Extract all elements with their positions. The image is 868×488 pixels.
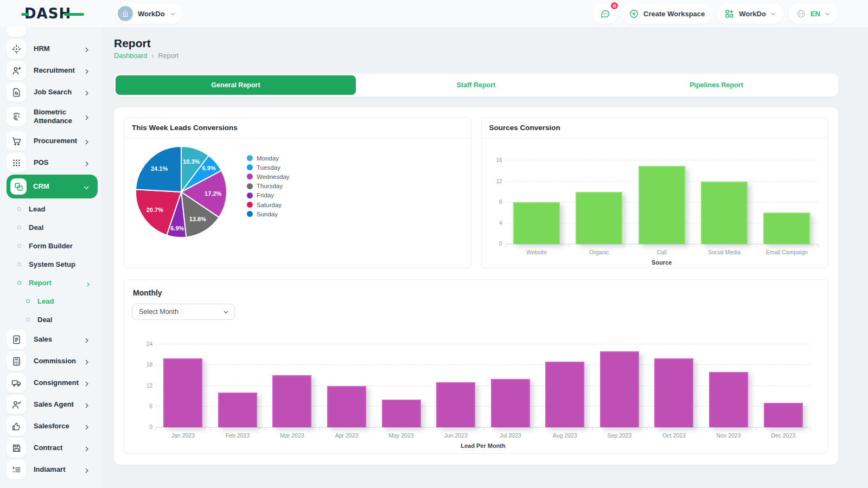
pie-data-label: 13.8% (189, 216, 206, 222)
x-axis-tick-mark (429, 428, 429, 431)
x-axis-title: Lead Per Month (156, 442, 810, 449)
sidebar-item-biometric-attendance[interactable]: Biometric Attendance (7, 103, 95, 130)
legend-dot-icon (247, 155, 253, 161)
bar-cell (701, 372, 756, 427)
y-axis-tick-label: 18 (137, 362, 152, 368)
sidebar-subitem-report[interactable]: Report (7, 273, 101, 292)
x-axis-tick-mark (320, 428, 320, 431)
workspace-switcher[interactable]: WorkDo (115, 3, 182, 24)
bar-jan-2023 (163, 358, 202, 428)
sidebar-item-crm[interactable]: CRM (7, 175, 98, 198)
legend-label: Wednesday (257, 174, 290, 180)
bar-call (639, 166, 685, 244)
partially-visible-nav-item[interactable] (7, 27, 95, 38)
bars-row (156, 344, 810, 427)
legend-item-monday[interactable]: Monday (247, 153, 290, 163)
language-selector[interactable]: EN (788, 3, 838, 24)
tab-pipelines-report[interactable]: Pipelines Report (596, 75, 837, 95)
legend-item-wednesday[interactable]: Wednesday (247, 172, 290, 181)
pie-data-label: 24.1% (151, 165, 168, 172)
tab-staff-report[interactable]: Staff Report (356, 75, 596, 95)
brand-logo[interactable]: DASH (24, 5, 71, 22)
sidebar-item-consignment[interactable]: Consignment (7, 372, 95, 394)
sidebar-item-contract[interactable]: Contract (7, 437, 95, 459)
sidebar-item-salesforce[interactable]: Salesforce (7, 415, 95, 437)
sidebar-item-hrm[interactable]: HRM (7, 38, 95, 60)
workdo-menu-button[interactable]: WorkDo (717, 3, 784, 24)
breadcrumb-dashboard-link[interactable]: Dashboard (114, 52, 147, 60)
messages-badge: 0 (610, 1, 619, 10)
sidebar-item-label: Consignment (34, 378, 81, 387)
pie-data-label: 17.2% (205, 190, 221, 197)
messages-button[interactable]: 0 (593, 3, 617, 24)
sidebar-subitem-report-deal[interactable]: Deal (7, 310, 101, 329)
legend-label: Monday (257, 155, 279, 162)
chevron-down-icon (825, 11, 831, 17)
sidebar-item-label: Sales Agent (34, 400, 81, 409)
sidebar-item-sales[interactable]: Sales (7, 329, 95, 350)
sidebar-subitem-lead[interactable]: Lead (7, 200, 101, 218)
x-axis-label: Organic (568, 249, 630, 255)
sidebar-item-label: Contract (34, 444, 81, 452)
app-root: DASH WorkDo 0 Create Workspace WorkDo (0, 0, 868, 488)
chevron-right-icon (84, 138, 90, 144)
bar-cell (156, 358, 210, 428)
legend-item-tuesday[interactable]: Tuesday (247, 163, 290, 172)
bars-row (506, 160, 819, 244)
sidebar-item-indiamart[interactable]: Indiamart (7, 459, 95, 480)
monthly-card-title: Monthly (132, 287, 820, 297)
sources-conversion-card-title: Sources Conversion (482, 118, 828, 138)
pie-chart-svg: 10.3%6.9%17.2%13.8%6.9%20.7%24.1% (131, 142, 232, 242)
sidebar-subitem-form-builder[interactable]: Form Builder (7, 236, 101, 255)
y-axis-tick-label: 24 (137, 341, 152, 347)
x-axis-tick-mark (756, 428, 756, 431)
legend-item-saturday[interactable]: Saturday (247, 200, 290, 209)
x-axis-tick-mark (506, 245, 506, 247)
chevron-down-icon (223, 309, 229, 315)
sidebar-item-sales-agent[interactable]: Sales Agent (7, 394, 95, 415)
sidebar-item-label: Procurement (34, 137, 81, 145)
bar-organic (576, 192, 622, 244)
tab-general-report[interactable]: General Report (116, 75, 356, 95)
sidebar-subitem-label: Lead (29, 205, 45, 213)
grid-dots-icon (7, 153, 26, 172)
legend-dot-icon (247, 164, 253, 170)
building-icon (118, 6, 133, 21)
bar-cell (265, 375, 320, 427)
sidebar-item-label: Indiamart (34, 465, 81, 474)
sidebar-subitem-report-lead[interactable]: Lead (7, 292, 101, 310)
chevron-right-icon (84, 46, 90, 52)
sidebar-subitem-deal[interactable]: Deal (7, 218, 101, 236)
bar-nov-2023 (709, 372, 748, 427)
y-axis-tick-label: 0 (487, 241, 502, 247)
workspace-name: WorkDo (138, 10, 165, 18)
save-icon (7, 438, 26, 458)
sidebar-item-recruitment[interactable]: Recruitment (7, 60, 95, 81)
bar-aug-2023 (545, 362, 584, 427)
sidebar-item-commission[interactable]: Commission (7, 350, 95, 372)
legend-item-friday[interactable]: Friday (247, 191, 290, 200)
y-axis-tick-label: 12 (487, 178, 502, 184)
thumbs-up-icon (7, 416, 26, 436)
sidebar-item-pos[interactable]: POS (7, 152, 95, 174)
top-header: DASH WorkDo 0 Create Workspace WorkDo (0, 0, 868, 27)
x-axis-label: Sep 2023 (592, 432, 647, 439)
chevron-right-icon (84, 401, 90, 408)
legend-label: Tuesday (257, 164, 280, 171)
sidebar-subitem-system-setup[interactable]: System Setup (7, 255, 101, 273)
chevron-right-icon (84, 159, 90, 166)
bar-feb-2023 (218, 393, 257, 427)
sidebar-item-job-search[interactable]: Job Search (7, 81, 95, 103)
chevron-right-icon (85, 280, 91, 286)
pie-legend: MondayTuesdayWednesdayThursdayFridaySatu… (247, 153, 290, 219)
doc-search-icon (7, 82, 26, 102)
x-axis-label: May 2023 (374, 432, 429, 439)
select-month-dropdown[interactable]: Select Month (132, 304, 235, 320)
y-axis-tick-label: 4 (487, 220, 502, 226)
sidebar-item-procurement[interactable]: Procurement (7, 130, 95, 152)
legend-item-thursday[interactable]: Thursday (247, 182, 290, 191)
monthly-card: Monthly Select Month 06121824Jan 2023Feb… (124, 279, 828, 454)
create-workspace-button[interactable]: Create Workspace (621, 3, 712, 24)
legend-item-sunday[interactable]: Sunday (247, 209, 290, 219)
x-axis-tick-mark (568, 245, 569, 247)
